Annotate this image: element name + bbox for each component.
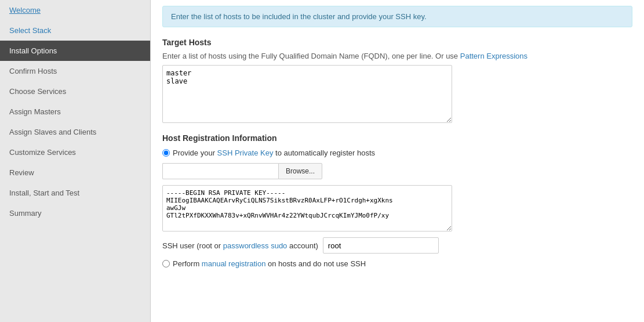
- sidebar-item-assign-masters[interactable]: Assign Masters: [0, 102, 150, 122]
- sidebar: Welcome Select Stack Install Options Con…: [0, 0, 151, 322]
- manual-registration-radio[interactable]: [162, 260, 170, 267]
- file-browse-row: Browse...: [162, 163, 632, 179]
- sidebar-item-review[interactable]: Review: [0, 162, 150, 183]
- sidebar-item-choose-services[interactable]: Choose Services: [0, 81, 150, 102]
- target-hosts-title: Target Hosts: [162, 38, 632, 47]
- ssh-key-label: Provide your SSH Private Key to automati…: [173, 149, 375, 157]
- target-hosts-section: Target Hosts Enter a list of hosts using…: [162, 38, 632, 123]
- file-path-input[interactable]: [162, 163, 278, 179]
- info-banner: Enter the list of hosts to be included i…: [162, 6, 632, 27]
- manual-registration-radio-row: Perform manual registration on hosts and…: [162, 259, 632, 268]
- host-registration-title: Host Registration Information: [162, 133, 632, 143]
- ssh-user-row: SSH user (root or passwordless sudo acco…: [162, 237, 632, 254]
- sidebar-item-select-stack[interactable]: Select Stack: [0, 20, 150, 41]
- ssh-user-label: SSH user (root or passwordless sudo acco…: [162, 241, 318, 250]
- host-registration-section: Host Registration Information Provide yo…: [162, 133, 632, 268]
- hosts-textarea[interactable]: master slave: [162, 65, 452, 123]
- sidebar-item-customize-services[interactable]: Customize Services: [0, 142, 150, 162]
- pattern-expressions-link[interactable]: Pattern Expressions: [460, 52, 527, 60]
- main-content: Enter the list of hosts to be included i…: [151, 0, 644, 322]
- sidebar-item-install-start-test[interactable]: Install, Start and Test: [0, 183, 150, 203]
- passwordless-sudo-link[interactable]: passwordless sudo: [223, 241, 288, 250]
- manual-registration-label: Perform manual registration on hosts and…: [173, 259, 366, 268]
- browse-button[interactable]: Browse...: [278, 163, 322, 179]
- manual-registration-link[interactable]: manual registration: [202, 259, 266, 268]
- target-hosts-description: Enter a list of hosts using the Fully Qu…: [162, 52, 632, 60]
- ssh-key-textarea[interactable]: -----BEGIN RSA PRIVATE KEY----- MIIEogIB…: [162, 185, 452, 231]
- sidebar-item-summary[interactable]: Summary: [0, 203, 150, 223]
- ssh-private-key-link[interactable]: SSH Private Key: [217, 149, 274, 157]
- ssh-key-radio[interactable]: [162, 149, 170, 157]
- sidebar-item-install-options[interactable]: Install Options: [0, 41, 150, 61]
- ssh-user-input[interactable]: [323, 237, 439, 254]
- ssh-key-radio-row: Provide your SSH Private Key to automati…: [162, 149, 632, 157]
- sidebar-item-welcome[interactable]: Welcome: [0, 0, 150, 20]
- sidebar-item-confirm-hosts[interactable]: Confirm Hosts: [0, 61, 150, 81]
- sidebar-item-assign-slaves[interactable]: Assign Slaves and Clients: [0, 122, 150, 142]
